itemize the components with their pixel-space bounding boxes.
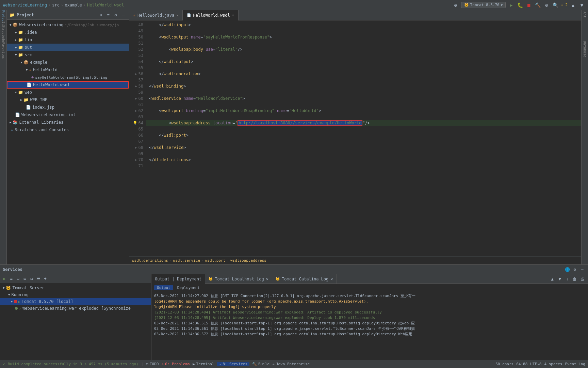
run-all-icon[interactable]: ▶ bbox=[1, 276, 7, 282]
debug-icon[interactable]: ⚙ bbox=[452, 2, 459, 9]
filter3-icon[interactable]: ☰ bbox=[35, 276, 42, 282]
code-line-49 bbox=[146, 28, 581, 34]
config-icon[interactable]: ⚙ bbox=[113, 12, 119, 18]
tree-item-helloworld-wsdl[interactable]: 📄 HelloWorld.wsdl bbox=[7, 81, 129, 89]
breadcrumb-item-2[interactable]: wsdl:service bbox=[173, 258, 200, 263]
tree-item-helloworld[interactable]: ▼ ☕ HelloWorld bbox=[7, 66, 129, 74]
collapse-icon[interactable]: ▼ bbox=[578, 2, 585, 9]
collapse-all-icon[interactable]: ≡ bbox=[105, 12, 111, 18]
event-log[interactable]: Event Log bbox=[565, 362, 585, 366]
breadcrumb-item-2[interactable]: src bbox=[52, 3, 60, 7]
terminal-item[interactable]: ▶ Terminal bbox=[193, 362, 214, 366]
chevron-down-icon[interactable]: ▼ bbox=[501, 3, 503, 7]
services-item[interactable]: ☁ 8: Services bbox=[217, 362, 249, 366]
indent: ▶ bbox=[15, 31, 17, 34]
log-sub-tab-output[interactable]: Output bbox=[154, 285, 173, 290]
breadcrumb-sep: › bbox=[227, 258, 229, 263]
scroll-down-icon[interactable]: ▼ bbox=[557, 276, 563, 282]
structure-icon[interactable]: 2:Structure bbox=[0, 29, 6, 35]
indent: ▼ bbox=[15, 53, 17, 57]
breadcrumb-item-4[interactable]: wsdlsoap:address bbox=[230, 258, 266, 263]
scroll-up-icon[interactable]: ▲ bbox=[549, 276, 555, 282]
minimize-icon[interactable]: — bbox=[120, 12, 126, 18]
scroll-end-icon[interactable]: ⇓ bbox=[564, 276, 570, 282]
ant-tab[interactable]: Ant bbox=[582, 10, 587, 19]
line-num-55: 55 bbox=[129, 65, 146, 71]
services-tree-running[interactable]: ▼ Running bbox=[0, 291, 151, 298]
collapse-all-icon[interactable]: ≡ bbox=[8, 276, 14, 282]
code-content[interactable]: </wsdl:input> <wsdl:output name="sayHell… bbox=[146, 20, 581, 256]
log-tab-localhost[interactable]: 🐱 Tomcat Localhost Log ✕ bbox=[205, 274, 272, 284]
breadcrumb-item-3[interactable]: wsdl:port bbox=[205, 258, 226, 263]
log-tab-catalina[interactable]: 🐱 Tomcat Catalina Log ✕ bbox=[272, 274, 337, 284]
warning-count: ⚠ 2 bbox=[561, 3, 568, 7]
position-status[interactable]: 64:88 bbox=[516, 362, 527, 366]
minimize-icon[interactable]: — bbox=[579, 266, 585, 273]
tree-item-src[interactable]: ▼ 📁 src bbox=[7, 51, 129, 59]
tree-item-webinf[interactable]: ▶ 📁 WEB-INF bbox=[7, 96, 129, 104]
database-tab[interactable]: Database bbox=[582, 40, 587, 59]
settings-icon[interactable]: ⚙ bbox=[572, 266, 578, 273]
expand-icon[interactable]: ▲ bbox=[570, 2, 576, 9]
structure-tab[interactable]: 1:Project bbox=[0, 12, 6, 18]
globe-icon[interactable]: 🌐 bbox=[564, 266, 570, 273]
tree-item-web[interactable]: ▼ 📁 web bbox=[7, 89, 129, 96]
tree-item-iml[interactable]: 📄 WebserviceLearning.iml bbox=[7, 111, 129, 119]
tree-item-example[interactable]: ▼ 📦 example bbox=[7, 59, 129, 66]
tree-item-indexjsp[interactable]: 📄 index.jsp bbox=[7, 104, 129, 111]
line-num-59: 59 bbox=[129, 89, 146, 95]
line-num-51: 51 bbox=[129, 40, 146, 46]
breadcrumb-item-1[interactable]: WebserviceLearning bbox=[3, 3, 47, 7]
filter2-icon[interactable]: ⊟ bbox=[29, 276, 35, 282]
tree-label: HelloWorld bbox=[33, 67, 58, 72]
add-icon[interactable]: + bbox=[42, 276, 48, 282]
tree-item-sayhello[interactable]: ⊕ sayHelloWorldFrom(String):String bbox=[7, 74, 129, 81]
tree-item-scratches[interactable]: ✏ Scratches and Consoles bbox=[7, 126, 129, 134]
folder-icon: 📁 bbox=[18, 30, 23, 35]
close-tab-icon[interactable]: ✕ bbox=[176, 13, 178, 17]
breadcrumb-item-4[interactable]: HelloWorld.wsdl bbox=[87, 3, 124, 7]
close-tab-icon[interactable]: ✕ bbox=[330, 277, 333, 281]
breadcrumb-item-3[interactable]: example bbox=[65, 3, 82, 7]
tree-item-extlibs[interactable]: ▶ 📚 External Libraries bbox=[7, 119, 129, 126]
tree-item-webservicelearning[interactable]: ▼ 📦 WebserviceLearning ~/Desktop/Job sum… bbox=[7, 21, 129, 29]
run-icon[interactable]: ▶ bbox=[508, 2, 514, 9]
close-tab-icon[interactable]: ✕ bbox=[266, 277, 268, 281]
build-item[interactable]: 🔨 Build bbox=[252, 362, 270, 366]
tab-helloworld-wsdl[interactable]: 📄 HelloWorld.wsdl ✕ bbox=[183, 10, 238, 20]
log-tab-output[interactable]: Output | Deployment bbox=[151, 274, 205, 284]
print-icon[interactable]: 🖨 bbox=[579, 276, 585, 282]
log-content[interactable]: 03-Dec-2021 11:14:27.902 信息 [RMI TCP Con… bbox=[151, 292, 588, 360]
todo-item[interactable]: ⊟ TODO bbox=[146, 362, 159, 366]
tree-item-lib[interactable]: ▶ 📁 lib bbox=[7, 36, 129, 44]
code-line-58: </wsdl:binding> bbox=[146, 83, 581, 89]
search-icon[interactable]: 🔍 bbox=[552, 2, 559, 9]
services-tree-tomcat[interactable]: ▼ ▶ Tomcat 8.5.70 [local] bbox=[0, 298, 151, 305]
log-sub-tab-deployment[interactable]: Deployment bbox=[175, 285, 202, 290]
url-value[interactable]: http://localhost:8080//services/example/… bbox=[238, 120, 362, 126]
java-enterprise-item[interactable]: ☕ Java Enterprise bbox=[272, 362, 310, 366]
problems-item[interactable]: ⚠ 6: Problems bbox=[161, 362, 190, 366]
play-icon: ▶ bbox=[18, 300, 20, 304]
stop-icon[interactable]: ■ bbox=[525, 2, 532, 9]
tree-label: example bbox=[30, 60, 47, 65]
services-tree-tomcat-server[interactable]: ▼ 🐱 Tomcat Server bbox=[0, 285, 151, 291]
breadcrumb-item-1[interactable]: wsdl:definitions bbox=[132, 258, 168, 263]
filter-icon[interactable]: ⊟ bbox=[15, 276, 21, 282]
encoding-status[interactable]: UTF-8 bbox=[530, 362, 541, 366]
tree-item-out[interactable]: ▶ 📁 out bbox=[7, 44, 129, 51]
clear-icon[interactable]: 🗑 bbox=[572, 276, 578, 282]
tree-item-idea[interactable]: ▶ 📁 .idea bbox=[7, 29, 129, 36]
favorites-icon[interactable]: 3:Favorites bbox=[0, 46, 6, 52]
code-editor[interactable]: 48 49 50 51 52 53 54 55 ▶56 57 ▶58 59 ▶6… bbox=[129, 20, 581, 256]
debug-run-icon[interactable]: 🐛 bbox=[517, 2, 523, 9]
group-icon[interactable]: ⊞ bbox=[22, 276, 28, 282]
localize-icon[interactable]: ⊕ bbox=[98, 12, 104, 18]
run-config-selector[interactable]: 🐱 Tomcat 8.5.70 ▼ bbox=[461, 2, 506, 8]
services-tree-artifact[interactable]: ✓ WebserviceLearning:war exploded [Synch… bbox=[0, 305, 151, 312]
tab-helloworld-java[interactable]: ☕ HelloWorld.java ✕ bbox=[129, 10, 183, 20]
close-tab-icon[interactable]: ✕ bbox=[232, 13, 234, 17]
settings-icon[interactable]: ⚙ bbox=[543, 2, 550, 9]
spaces-status[interactable]: 4 spaces bbox=[544, 362, 562, 366]
build-icon[interactable]: 🔨 bbox=[534, 2, 541, 9]
